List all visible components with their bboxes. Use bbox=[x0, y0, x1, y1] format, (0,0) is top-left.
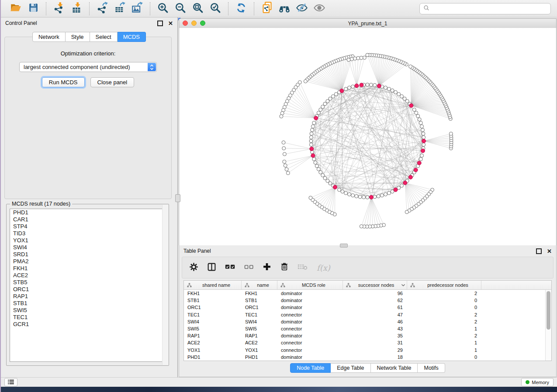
table-cell: FKH1 bbox=[242, 291, 277, 296]
table-row[interactable]: SWI5SWI5connector431 bbox=[184, 325, 546, 332]
float-panel-icon[interactable] bbox=[536, 248, 542, 254]
tab-network-table[interactable]: Network Table bbox=[371, 363, 418, 373]
right-column: YPA_prune.txt_1 Table Panel ✕ bbox=[178, 17, 557, 377]
vertical-splitter-handle[interactable] bbox=[175, 194, 180, 202]
table-row[interactable]: TEC1TEC1connector472 bbox=[184, 311, 546, 318]
new-network-from-selection-button[interactable] bbox=[259, 2, 275, 16]
minimize-window-icon[interactable] bbox=[191, 21, 197, 26]
zoom-in-button[interactable] bbox=[155, 2, 171, 16]
tab-motifs[interactable]: Motifs bbox=[418, 363, 445, 373]
table-settings-button[interactable] bbox=[189, 262, 198, 273]
result-item[interactable]: STB5 bbox=[10, 279, 165, 286]
result-item[interactable]: STB1 bbox=[10, 300, 165, 307]
close-window-icon[interactable] bbox=[183, 21, 188, 26]
network-window-titlebar[interactable]: YPA_prune.txt_1 bbox=[179, 19, 556, 28]
table-row[interactable]: ACE2ACE2connector311 bbox=[184, 339, 546, 346]
search-box[interactable] bbox=[419, 3, 551, 14]
close-panel-icon[interactable]: ✕ bbox=[547, 248, 552, 254]
column-header[interactable]: predecessor nodes bbox=[407, 281, 481, 289]
hide-selected-button[interactable] bbox=[294, 2, 310, 16]
result-item[interactable]: ACE2 bbox=[10, 272, 165, 279]
close-panel-button[interactable]: Close panel bbox=[90, 77, 135, 87]
export-network-button[interactable] bbox=[94, 2, 110, 16]
result-item[interactable]: TEC1 bbox=[10, 314, 165, 321]
result-item[interactable]: SWI5 bbox=[10, 307, 165, 314]
criterion-select[interactable]: largest connected component (undirected) bbox=[19, 62, 157, 72]
table-row[interactable]: ORC1ORC1dominator610 bbox=[184, 304, 546, 311]
tab-select[interactable]: Select bbox=[90, 32, 118, 42]
result-item[interactable]: PHD1 bbox=[10, 209, 165, 216]
export-table-button[interactable] bbox=[112, 2, 128, 16]
memory-button[interactable]: Memory bbox=[521, 378, 554, 386]
table-scrollbar-thumb[interactable] bbox=[547, 291, 550, 330]
table-row[interactable]: FKH1FKH1dominator962 bbox=[184, 290, 546, 297]
close-panel-icon[interactable]: ✕ bbox=[168, 21, 173, 26]
run-mcds-button[interactable]: Run MCDS bbox=[42, 77, 85, 87]
float-panel-icon[interactable] bbox=[157, 21, 163, 26]
result-list-scrollbar[interactable] bbox=[162, 205, 168, 365]
table-row[interactable]: SWI4SWI4dominator462 bbox=[184, 318, 546, 325]
result-item[interactable]: CAR1 bbox=[10, 216, 165, 223]
unchecked-boxes-icon bbox=[244, 264, 254, 272]
import-group bbox=[48, 2, 87, 16]
zoom-fit-button[interactable] bbox=[190, 2, 206, 16]
mcds-result-list[interactable]: PHD1CAR1STP4TID3YOX1SWI4SRD1PMA2FKH1ACE2… bbox=[10, 209, 166, 362]
result-item[interactable]: SWI4 bbox=[10, 244, 165, 251]
network-canvas[interactable] bbox=[179, 28, 556, 245]
column-header[interactable]: MCDS role bbox=[277, 281, 343, 289]
attribute-type-icon bbox=[410, 283, 415, 288]
show-column-panel-button[interactable] bbox=[207, 262, 216, 273]
table-cell: 47 bbox=[343, 312, 407, 317]
result-item[interactable]: GCR1 bbox=[10, 321, 165, 328]
delete-columns-button[interactable] bbox=[280, 262, 289, 273]
table-cell: 62 bbox=[343, 298, 407, 303]
result-item[interactable]: FKH1 bbox=[10, 265, 165, 272]
import-table-button[interactable] bbox=[69, 2, 84, 16]
table-scrollbar[interactable] bbox=[545, 290, 551, 361]
column-header-label: shared name bbox=[193, 282, 239, 288]
column-header[interactable]: successor nodes bbox=[343, 281, 407, 289]
mcds-result-groupbox: MCDS result (17 nodes) PHD1CAR1STP4TID3Y… bbox=[6, 204, 169, 366]
result-item[interactable]: TID3 bbox=[10, 230, 165, 237]
first-neighbors-button[interactable] bbox=[277, 2, 292, 16]
tab-edge-table[interactable]: Edge Table bbox=[331, 363, 370, 373]
result-item[interactable]: RAP1 bbox=[10, 293, 165, 300]
task-history-button[interactable] bbox=[4, 378, 17, 386]
table-cell: PHD1 bbox=[184, 354, 242, 360]
search-input[interactable] bbox=[432, 5, 547, 12]
table-row[interactable]: YOX1YOX1connector291 bbox=[184, 347, 546, 354]
show-all-button[interactable] bbox=[311, 2, 327, 16]
table-cell: 2 bbox=[407, 291, 481, 296]
tab-network[interactable]: Network bbox=[32, 32, 66, 42]
network-graph[interactable] bbox=[179, 28, 556, 245]
table-cell: ORC1 bbox=[184, 305, 242, 310]
deselect-all-columns-button[interactable] bbox=[244, 264, 254, 272]
horizontal-splitter-handle[interactable] bbox=[340, 244, 348, 248]
result-item[interactable]: SRD1 bbox=[10, 251, 165, 258]
table-row[interactable]: PHD1PHD1dominator180 bbox=[184, 354, 546, 361]
column-header[interactable]: name bbox=[242, 281, 277, 289]
tab-style[interactable]: Style bbox=[66, 32, 90, 42]
save-button[interactable] bbox=[25, 2, 41, 16]
table-cell: 0 bbox=[407, 305, 481, 310]
tab-mcds[interactable]: MCDS bbox=[118, 32, 146, 42]
open-folder-button[interactable] bbox=[8, 2, 24, 16]
maximize-window-icon[interactable] bbox=[200, 21, 205, 26]
result-item[interactable]: STP4 bbox=[10, 223, 165, 230]
table-row[interactable]: STB1STB1dominator620 bbox=[184, 297, 546, 304]
zoom-out-button[interactable] bbox=[173, 2, 188, 16]
table-row[interactable]: RAP1RAP1dominator352 bbox=[184, 332, 546, 339]
result-item[interactable]: PMA2 bbox=[10, 258, 165, 265]
import-network-button[interactable] bbox=[51, 2, 67, 16]
refresh-button[interactable] bbox=[233, 2, 249, 16]
select-all-columns-button[interactable] bbox=[225, 264, 235, 272]
tab-node-table[interactable]: Node Table bbox=[290, 363, 331, 373]
create-column-button[interactable] bbox=[263, 262, 271, 273]
view-group bbox=[256, 2, 330, 16]
attribute-type-icon bbox=[245, 283, 249, 288]
export-image-button[interactable] bbox=[129, 2, 145, 16]
result-item[interactable]: YOX1 bbox=[10, 237, 165, 244]
result-item[interactable]: ORC1 bbox=[10, 286, 165, 293]
column-header[interactable]: shared name bbox=[184, 281, 242, 289]
zoom-selected-button[interactable] bbox=[208, 2, 223, 16]
